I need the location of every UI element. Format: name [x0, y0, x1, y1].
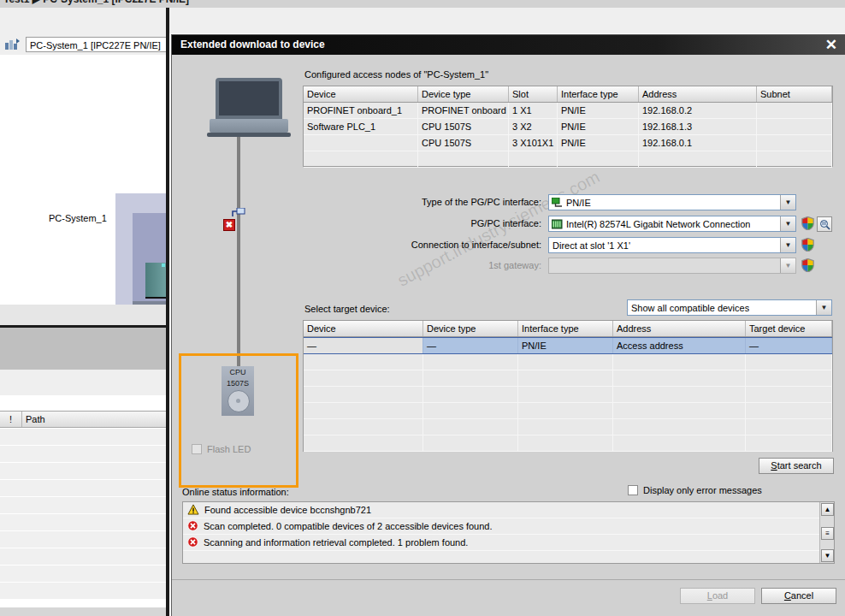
table-cell: PN/IE — [558, 103, 639, 118]
chevron-down-icon[interactable]: ▼ — [816, 300, 831, 315]
table-row[interactable] — [304, 354, 832, 370]
shield-icon[interactable] — [801, 216, 814, 232]
start-search-button[interactable]: Start search — [759, 458, 834, 474]
table-cell: PN/IE — [518, 338, 613, 353]
access-nodes-table[interactable]: DeviceDevice typeSlotInterface typeAddre… — [303, 86, 833, 167]
status-message-row-empty — [183, 551, 834, 564]
network-devices-icon[interactable] — [5, 38, 20, 52]
rack-module[interactable] — [145, 263, 166, 299]
table-cell — [423, 403, 518, 418]
chevron-down-icon[interactable]: ▼ — [780, 238, 795, 252]
table-row[interactable]: Software PLC_1CPU 1507S3 X2PN/IE192.168.… — [304, 119, 832, 135]
table-header-row: DeviceDevice typeSlotInterface typeAddre… — [304, 86, 832, 103]
column-header[interactable]: Address — [639, 86, 757, 102]
field-select[interactable]: Intel(R) 82574L Gigabit Network Connecti… — [548, 216, 796, 232]
list-item[interactable] — [0, 548, 168, 566]
field-select[interactable]: Direct at slot '1 X1'▼ — [548, 237, 796, 253]
cancel-button[interactable]: Cancel — [761, 588, 836, 604]
chevron-down-icon[interactable]: ▼ — [780, 195, 795, 210]
table-cell — [558, 151, 639, 167]
chevron-down-icon[interactable]: ▼ — [780, 258, 795, 273]
field-select[interactable]: ▼ — [548, 258, 796, 274]
column-header[interactable]: Slot — [509, 86, 558, 102]
column-header[interactable]: Subnet — [757, 86, 832, 102]
load-button[interactable]: Load — [680, 588, 755, 604]
list-item[interactable] — [0, 531, 168, 548]
network-cable — [237, 137, 240, 370]
cpu-device-icon[interactable]: CPU 1507S — [222, 366, 254, 416]
table-row[interactable] — [304, 370, 832, 387]
table-cell — [304, 403, 423, 418]
list-item[interactable] — [0, 446, 168, 463]
error-icon — [187, 536, 198, 549]
search-icon[interactable] — [817, 216, 832, 232]
station-label: PC-System_1 — [49, 213, 107, 223]
table-row[interactable] — [304, 435, 832, 452]
horizontal-scrollbar[interactable] — [0, 607, 168, 616]
editor-toolbar-area — [0, 8, 845, 33]
status-message-row[interactable]: Scanning and information retrieval compl… — [183, 535, 834, 551]
flash-led-checkbox-box[interactable] — [192, 444, 202, 454]
column-header[interactable]: Interface type — [518, 321, 613, 336]
column-header[interactable]: Target device — [746, 321, 832, 336]
table-row[interactable] — [304, 151, 832, 168]
column-header[interactable]: Address — [613, 321, 746, 336]
list-item[interactable] — [0, 480, 168, 497]
display-only-error-messages-box[interactable] — [628, 485, 638, 495]
select-target-device-label: Select target device: — [304, 301, 390, 317]
table-cell — [613, 419, 746, 435]
display-only-error-messages-checkbox[interactable]: Display only error messages — [628, 485, 762, 495]
table-row[interactable] — [304, 403, 832, 419]
online-status-rows: Found accessible device bccnshgnb721Scan… — [183, 502, 834, 564]
table-cell: 3 X2 — [509, 119, 558, 134]
table-row[interactable]: ——PN/IEAccess address— — [304, 337, 832, 354]
table-cell: — — [304, 338, 423, 353]
table-row[interactable] — [304, 419, 832, 435]
list-item[interactable] — [0, 429, 168, 446]
table-cell — [423, 370, 518, 386]
dialog-title-bar[interactable]: Extended download to device ✕ — [172, 35, 845, 55]
status-message-text: Scan completed. 0 compatible devices of … — [204, 521, 493, 531]
online-status-list[interactable]: Found accessible device bccnshgnb721Scan… — [182, 501, 835, 564]
table-row[interactable]: CPU 1507S3 X101X1PN/IE192.168.0.1 — [304, 135, 832, 151]
field-select[interactable]: PN/IE▼ — [548, 194, 796, 210]
network-port-icon — [230, 208, 245, 218]
cpu-line-1: CPU — [222, 368, 254, 377]
table-cell — [757, 103, 832, 118]
list-item[interactable] — [0, 566, 168, 583]
list-item[interactable] — [0, 514, 168, 531]
scroll-up-button[interactable]: ▲ — [821, 503, 834, 516]
scroll-thumb[interactable]: ≡ — [821, 527, 834, 540]
inspector-header — [0, 328, 168, 349]
status-vertical-scrollbar[interactable]: ▲ ≡ ▼ — [819, 502, 834, 563]
shield-icon[interactable] — [801, 258, 814, 274]
list-item[interactable] — [0, 583, 168, 600]
table-cell — [639, 151, 757, 167]
breadcrumb: Test1 ▶ PC-System_1 [IPC227E PN/IE] — [3, 0, 189, 5]
column-header[interactable]: Device — [304, 86, 418, 102]
target-filter-select[interactable]: Show all compatible devices ▼ — [627, 299, 832, 316]
table-row[interactable] — [304, 387, 832, 403]
table-row[interactable]: PROFINET onboard_1PROFINET onboard1 X1PN… — [304, 103, 832, 119]
message-filter-bar: Show all messages — [0, 371, 168, 395]
column-header[interactable]: Device type — [418, 86, 509, 102]
table-cell — [518, 387, 613, 402]
list-item[interactable] — [0, 463, 168, 480]
column-header[interactable]: Device — [304, 321, 423, 336]
table-cell — [746, 387, 832, 402]
table-cell — [746, 403, 832, 418]
shield-icon[interactable] — [801, 238, 814, 253]
target-device-table[interactable]: DeviceDevice typeInterface typeAddressTa… — [303, 320, 833, 452]
column-header[interactable]: Interface type — [558, 86, 639, 102]
status-message-row[interactable]: Scan completed. 0 compatible devices of … — [183, 518, 834, 535]
close-icon[interactable]: ✕ — [825, 37, 837, 53]
flash-led-checkbox[interactable]: Flash LED — [192, 444, 251, 454]
scroll-down-button[interactable]: ▼ — [821, 549, 834, 562]
column-header[interactable]: Device type — [423, 321, 518, 336]
error-icon — [187, 520, 198, 533]
status-message-row[interactable]: Found accessible device bccnshgnb721 — [183, 502, 834, 518]
list-item[interactable] — [0, 497, 168, 514]
device-name-field[interactable]: PC-System_1 [IPC227E PN/IE] — [26, 37, 168, 52]
laptop-base — [210, 119, 288, 133]
chevron-down-icon[interactable]: ▼ — [780, 216, 795, 231]
